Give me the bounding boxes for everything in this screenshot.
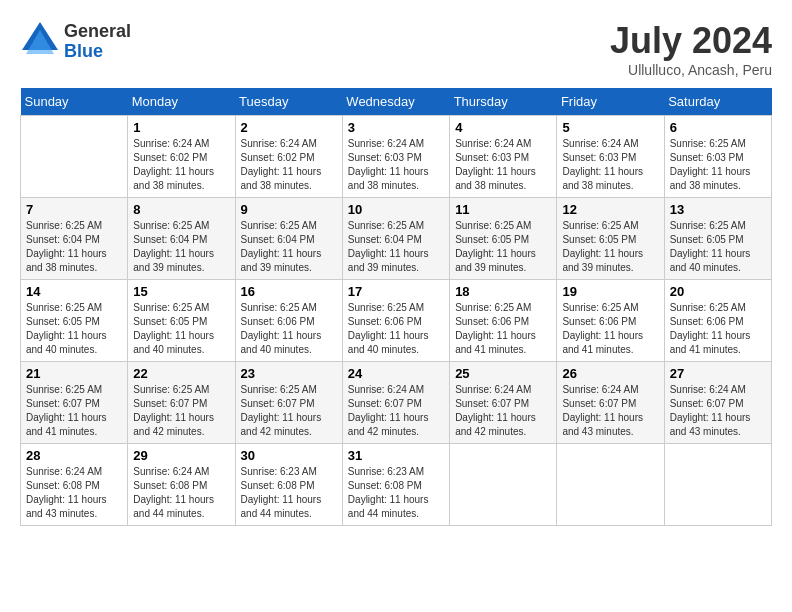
day-info: Sunrise: 6:24 AMSunset: 6:02 PMDaylight:… bbox=[133, 137, 229, 193]
day-info: Sunrise: 6:25 AMSunset: 6:04 PMDaylight:… bbox=[133, 219, 229, 275]
day-number: 21 bbox=[26, 366, 122, 381]
day-number: 19 bbox=[562, 284, 658, 299]
calendar-cell-w5-d7 bbox=[664, 444, 771, 526]
day-info: Sunrise: 6:25 AMSunset: 6:03 PMDaylight:… bbox=[670, 137, 766, 193]
day-info: Sunrise: 6:25 AMSunset: 6:05 PMDaylight:… bbox=[562, 219, 658, 275]
calendar-cell-w1-d7: 6Sunrise: 6:25 AMSunset: 6:03 PMDaylight… bbox=[664, 116, 771, 198]
day-info: Sunrise: 6:25 AMSunset: 6:05 PMDaylight:… bbox=[670, 219, 766, 275]
day-number: 28 bbox=[26, 448, 122, 463]
calendar-cell-w1-d1 bbox=[21, 116, 128, 198]
day-info: Sunrise: 6:25 AMSunset: 6:06 PMDaylight:… bbox=[455, 301, 551, 357]
day-number: 6 bbox=[670, 120, 766, 135]
day-info: Sunrise: 6:24 AMSunset: 6:02 PMDaylight:… bbox=[241, 137, 337, 193]
day-info: Sunrise: 6:24 AMSunset: 6:03 PMDaylight:… bbox=[562, 137, 658, 193]
header-monday: Monday bbox=[128, 88, 235, 116]
calendar-cell-w1-d3: 2Sunrise: 6:24 AMSunset: 6:02 PMDaylight… bbox=[235, 116, 342, 198]
day-number: 13 bbox=[670, 202, 766, 217]
day-info: Sunrise: 6:24 AMSunset: 6:08 PMDaylight:… bbox=[133, 465, 229, 521]
page-header: General Blue July 2024 Ullulluco, Ancash… bbox=[20, 20, 772, 78]
day-info: Sunrise: 6:24 AMSunset: 6:07 PMDaylight:… bbox=[562, 383, 658, 439]
calendar-cell-w3-d3: 16Sunrise: 6:25 AMSunset: 6:06 PMDayligh… bbox=[235, 280, 342, 362]
calendar-cell-w4-d5: 25Sunrise: 6:24 AMSunset: 6:07 PMDayligh… bbox=[450, 362, 557, 444]
day-number: 9 bbox=[241, 202, 337, 217]
location-subtitle: Ullulluco, Ancash, Peru bbox=[610, 62, 772, 78]
calendar-cell-w5-d1: 28Sunrise: 6:24 AMSunset: 6:08 PMDayligh… bbox=[21, 444, 128, 526]
calendar-cell-w1-d6: 5Sunrise: 6:24 AMSunset: 6:03 PMDaylight… bbox=[557, 116, 664, 198]
calendar-week-2: 7Sunrise: 6:25 AMSunset: 6:04 PMDaylight… bbox=[21, 198, 772, 280]
day-info: Sunrise: 6:25 AMSunset: 6:05 PMDaylight:… bbox=[133, 301, 229, 357]
day-info: Sunrise: 6:25 AMSunset: 6:04 PMDaylight:… bbox=[241, 219, 337, 275]
day-info: Sunrise: 6:24 AMSunset: 6:08 PMDaylight:… bbox=[26, 465, 122, 521]
day-number: 20 bbox=[670, 284, 766, 299]
calendar-cell-w3-d6: 19Sunrise: 6:25 AMSunset: 6:06 PMDayligh… bbox=[557, 280, 664, 362]
calendar-cell-w3-d4: 17Sunrise: 6:25 AMSunset: 6:06 PMDayligh… bbox=[342, 280, 449, 362]
calendar-table: Sunday Monday Tuesday Wednesday Thursday… bbox=[20, 88, 772, 526]
calendar-cell-w2-d4: 10Sunrise: 6:25 AMSunset: 6:04 PMDayligh… bbox=[342, 198, 449, 280]
day-info: Sunrise: 6:24 AMSunset: 6:03 PMDaylight:… bbox=[348, 137, 444, 193]
day-info: Sunrise: 6:25 AMSunset: 6:06 PMDaylight:… bbox=[241, 301, 337, 357]
calendar-cell-w5-d2: 29Sunrise: 6:24 AMSunset: 6:08 PMDayligh… bbox=[128, 444, 235, 526]
calendar-week-1: 1Sunrise: 6:24 AMSunset: 6:02 PMDaylight… bbox=[21, 116, 772, 198]
day-number: 10 bbox=[348, 202, 444, 217]
logo: General Blue bbox=[20, 20, 131, 64]
month-year-title: July 2024 bbox=[610, 20, 772, 62]
calendar-cell-w5-d4: 31Sunrise: 6:23 AMSunset: 6:08 PMDayligh… bbox=[342, 444, 449, 526]
calendar-cell-w2-d7: 13Sunrise: 6:25 AMSunset: 6:05 PMDayligh… bbox=[664, 198, 771, 280]
calendar-cell-w5-d5 bbox=[450, 444, 557, 526]
title-section: July 2024 Ullulluco, Ancash, Peru bbox=[610, 20, 772, 78]
day-number: 3 bbox=[348, 120, 444, 135]
day-number: 8 bbox=[133, 202, 229, 217]
day-info: Sunrise: 6:24 AMSunset: 6:07 PMDaylight:… bbox=[348, 383, 444, 439]
day-number: 14 bbox=[26, 284, 122, 299]
day-number: 31 bbox=[348, 448, 444, 463]
day-number: 23 bbox=[241, 366, 337, 381]
calendar-cell-w4-d3: 23Sunrise: 6:25 AMSunset: 6:07 PMDayligh… bbox=[235, 362, 342, 444]
header-tuesday: Tuesday bbox=[235, 88, 342, 116]
day-number: 26 bbox=[562, 366, 658, 381]
day-info: Sunrise: 6:24 AMSunset: 6:03 PMDaylight:… bbox=[455, 137, 551, 193]
calendar-cell-w4-d2: 22Sunrise: 6:25 AMSunset: 6:07 PMDayligh… bbox=[128, 362, 235, 444]
calendar-cell-w2-d6: 12Sunrise: 6:25 AMSunset: 6:05 PMDayligh… bbox=[557, 198, 664, 280]
calendar-cell-w3-d2: 15Sunrise: 6:25 AMSunset: 6:05 PMDayligh… bbox=[128, 280, 235, 362]
day-number: 27 bbox=[670, 366, 766, 381]
calendar-cell-w4-d6: 26Sunrise: 6:24 AMSunset: 6:07 PMDayligh… bbox=[557, 362, 664, 444]
day-info: Sunrise: 6:24 AMSunset: 6:07 PMDaylight:… bbox=[455, 383, 551, 439]
day-number: 22 bbox=[133, 366, 229, 381]
calendar-cell-w1-d5: 4Sunrise: 6:24 AMSunset: 6:03 PMDaylight… bbox=[450, 116, 557, 198]
day-info: Sunrise: 6:25 AMSunset: 6:07 PMDaylight:… bbox=[241, 383, 337, 439]
calendar-week-3: 14Sunrise: 6:25 AMSunset: 6:05 PMDayligh… bbox=[21, 280, 772, 362]
calendar-cell-w1-d2: 1Sunrise: 6:24 AMSunset: 6:02 PMDaylight… bbox=[128, 116, 235, 198]
day-info: Sunrise: 6:25 AMSunset: 6:06 PMDaylight:… bbox=[670, 301, 766, 357]
calendar-cell-w1-d4: 3Sunrise: 6:24 AMSunset: 6:03 PMDaylight… bbox=[342, 116, 449, 198]
header-friday: Friday bbox=[557, 88, 664, 116]
day-info: Sunrise: 6:24 AMSunset: 6:07 PMDaylight:… bbox=[670, 383, 766, 439]
calendar-cell-w5-d6 bbox=[557, 444, 664, 526]
header-saturday: Saturday bbox=[664, 88, 771, 116]
calendar-week-4: 21Sunrise: 6:25 AMSunset: 6:07 PMDayligh… bbox=[21, 362, 772, 444]
header-sunday: Sunday bbox=[21, 88, 128, 116]
calendar-cell-w4-d4: 24Sunrise: 6:24 AMSunset: 6:07 PMDayligh… bbox=[342, 362, 449, 444]
day-number: 1 bbox=[133, 120, 229, 135]
day-info: Sunrise: 6:23 AMSunset: 6:08 PMDaylight:… bbox=[348, 465, 444, 521]
calendar-week-5: 28Sunrise: 6:24 AMSunset: 6:08 PMDayligh… bbox=[21, 444, 772, 526]
calendar-cell-w2-d5: 11Sunrise: 6:25 AMSunset: 6:05 PMDayligh… bbox=[450, 198, 557, 280]
day-number: 11 bbox=[455, 202, 551, 217]
calendar-cell-w3-d5: 18Sunrise: 6:25 AMSunset: 6:06 PMDayligh… bbox=[450, 280, 557, 362]
day-info: Sunrise: 6:25 AMSunset: 6:04 PMDaylight:… bbox=[348, 219, 444, 275]
calendar-cell-w3-d7: 20Sunrise: 6:25 AMSunset: 6:06 PMDayligh… bbox=[664, 280, 771, 362]
day-number: 25 bbox=[455, 366, 551, 381]
calendar-cell-w3-d1: 14Sunrise: 6:25 AMSunset: 6:05 PMDayligh… bbox=[21, 280, 128, 362]
day-info: Sunrise: 6:25 AMSunset: 6:05 PMDaylight:… bbox=[455, 219, 551, 275]
day-number: 17 bbox=[348, 284, 444, 299]
day-number: 15 bbox=[133, 284, 229, 299]
day-number: 2 bbox=[241, 120, 337, 135]
calendar-cell-w2-d1: 7Sunrise: 6:25 AMSunset: 6:04 PMDaylight… bbox=[21, 198, 128, 280]
day-number: 16 bbox=[241, 284, 337, 299]
day-number: 29 bbox=[133, 448, 229, 463]
calendar-header-row: Sunday Monday Tuesday Wednesday Thursday… bbox=[21, 88, 772, 116]
header-wednesday: Wednesday bbox=[342, 88, 449, 116]
day-number: 12 bbox=[562, 202, 658, 217]
calendar-cell-w4-d7: 27Sunrise: 6:24 AMSunset: 6:07 PMDayligh… bbox=[664, 362, 771, 444]
calendar-cell-w5-d3: 30Sunrise: 6:23 AMSunset: 6:08 PMDayligh… bbox=[235, 444, 342, 526]
day-number: 4 bbox=[455, 120, 551, 135]
